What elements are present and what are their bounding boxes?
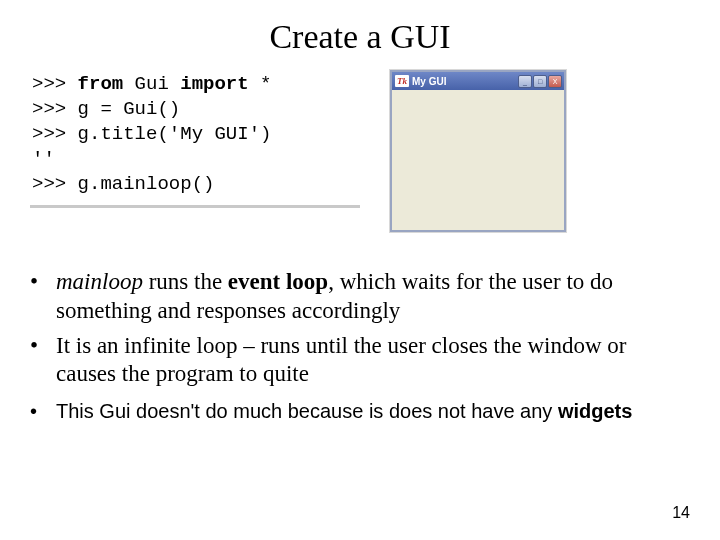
term-mainloop: mainloop <box>56 269 143 294</box>
bullet-marker: • <box>30 399 56 424</box>
text: This Gui doesn't do much because is does… <box>56 400 558 422</box>
bullet-item: • This Gui doesn't do much because is do… <box>30 399 682 424</box>
page-title: Create a GUI <box>30 18 690 56</box>
bullets: • mainloop runs the event loop, which wa… <box>30 268 690 424</box>
code-line: >>> g.mainloop() <box>32 173 214 195</box>
code-text: Gui <box>123 73 180 95</box>
minimize-button[interactable]: _ <box>518 75 532 88</box>
bullet-marker: • <box>30 268 56 326</box>
close-button[interactable]: X <box>548 75 562 88</box>
top-row: >>> from Gui import * >>> g = Gui() >>> … <box>30 70 690 232</box>
window-button-group: _ □ X <box>518 75 562 88</box>
code-prompt: >>> <box>32 73 78 95</box>
code-line: >>> g = Gui() <box>32 98 180 120</box>
code-line: '' <box>32 148 55 170</box>
tk-icon: Tk <box>395 75 409 87</box>
code-text: * <box>249 73 272 95</box>
bullet-item: • It is an infinite loop – runs until th… <box>30 332 682 390</box>
code-keyword-import: import <box>180 73 248 95</box>
text: runs the <box>143 269 228 294</box>
term-event-loop: event loop <box>228 269 328 294</box>
gui-window: Tk My GUI _ □ X <box>390 70 566 232</box>
code-block: >>> from Gui import * >>> g = Gui() >>> … <box>30 70 360 208</box>
code-keyword-from: from <box>78 73 124 95</box>
gui-title-text: My GUI <box>412 76 515 87</box>
bullet-text: mainloop runs the event loop, which wait… <box>56 268 682 326</box>
term-widgets: widgets <box>558 400 632 422</box>
gui-titlebar[interactable]: Tk My GUI _ □ X <box>392 72 564 90</box>
page-number: 14 <box>672 504 690 522</box>
code-line: >>> g.title('My GUI') <box>32 123 271 145</box>
bullet-text: This Gui doesn't do much because is does… <box>56 399 632 424</box>
maximize-button[interactable]: □ <box>533 75 547 88</box>
bullet-item: • mainloop runs the event loop, which wa… <box>30 268 682 326</box>
gui-client-area <box>392 90 564 230</box>
bullet-text: It is an infinite loop – runs until the … <box>56 332 682 390</box>
bullet-marker: • <box>30 332 56 390</box>
